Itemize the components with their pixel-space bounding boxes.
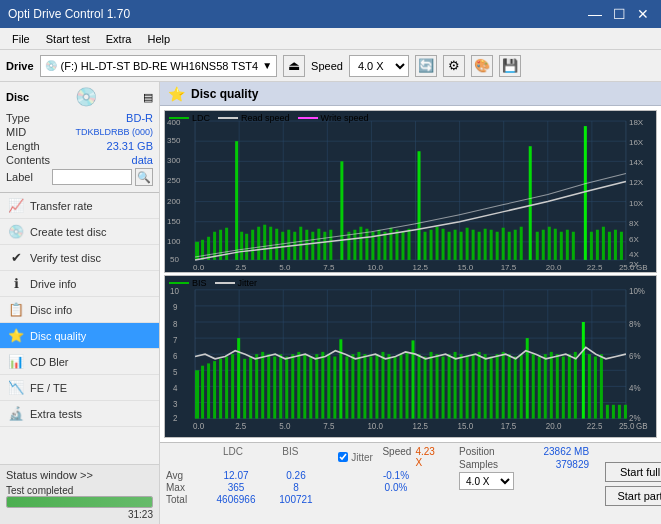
svg-text:0.0: 0.0 bbox=[193, 420, 204, 431]
close-button[interactable]: ✕ bbox=[633, 4, 653, 24]
sidebar-item-disc-quality[interactable]: ⭐ Disc quality bbox=[0, 323, 159, 349]
stats-avg-row: Avg 12.07 0.26 -0.1% bbox=[166, 470, 443, 481]
svg-rect-140 bbox=[207, 363, 210, 418]
length-value: 23.31 GB bbox=[107, 140, 153, 152]
read-speed-dot bbox=[218, 117, 238, 119]
refresh-button[interactable]: 🔄 bbox=[415, 55, 437, 77]
svg-rect-197 bbox=[550, 352, 553, 419]
sidebar-item-drive-info[interactable]: ℹ Drive info bbox=[0, 271, 159, 297]
svg-rect-178 bbox=[436, 354, 439, 418]
disc-mid-row: MID TDKBLDRBB (000) bbox=[6, 126, 153, 138]
charts-area: LDC Read speed Write speed bbox=[160, 106, 661, 442]
total-ldc: 4606966 bbox=[206, 494, 266, 505]
speed-label: Speed bbox=[311, 60, 343, 72]
jitter-checkbox[interactable]: Jitter bbox=[338, 446, 373, 468]
palette-button[interactable]: 🎨 bbox=[471, 55, 493, 77]
svg-rect-160 bbox=[327, 354, 330, 418]
sidebar-item-verify-test-disc[interactable]: ✔ Verify test disc bbox=[0, 245, 159, 271]
save-button[interactable]: 💾 bbox=[499, 55, 521, 77]
svg-rect-198 bbox=[556, 354, 559, 418]
svg-text:4X: 4X bbox=[629, 250, 639, 259]
svg-rect-35 bbox=[287, 230, 290, 260]
svg-text:18X: 18X bbox=[629, 118, 644, 127]
svg-rect-179 bbox=[442, 357, 445, 419]
sidebar-item-cd-bler[interactable]: 📊 CD Bler bbox=[0, 349, 159, 375]
svg-rect-52 bbox=[395, 230, 398, 260]
sidebar: Disc 💿 ▤ Type BD-R MID TDKBLDRBB (000) L… bbox=[0, 82, 160, 524]
svg-rect-169 bbox=[381, 352, 384, 419]
status-time: 31:23 bbox=[6, 509, 153, 520]
svg-rect-152 bbox=[279, 354, 282, 418]
svg-rect-165 bbox=[357, 352, 360, 419]
svg-text:12X: 12X bbox=[629, 178, 644, 187]
status-window-button[interactable]: Status window >> bbox=[6, 469, 153, 481]
drive-select[interactable]: 💿 (F:) HL-DT-ST BD-RE WH16NS58 TST4 ▼ bbox=[40, 55, 278, 77]
label-input-row: 🔍 bbox=[52, 168, 153, 186]
mid-value: TDKBLDRBB (000) bbox=[75, 127, 153, 137]
svg-rect-69 bbox=[502, 228, 505, 260]
disc-header-icon2: ▤ bbox=[143, 91, 153, 104]
toolbar: Drive 💿 (F:) HL-DT-ST BD-RE WH16NS58 TST… bbox=[0, 50, 661, 82]
max-bis: 8 bbox=[266, 482, 326, 493]
svg-rect-206 bbox=[606, 405, 609, 419]
svg-text:2: 2 bbox=[173, 412, 178, 423]
svg-rect-158 bbox=[315, 354, 318, 418]
mid-label: MID bbox=[6, 126, 26, 138]
main-content: ⭐ Disc quality LDC Read speed bbox=[160, 82, 661, 524]
sidebar-item-transfer-rate[interactable]: 📈 Transfer rate bbox=[0, 193, 159, 219]
svg-rect-189 bbox=[502, 352, 505, 419]
stats-header-row: LDC BIS Jitter Speed 4.23 X bbox=[166, 446, 443, 468]
chart2-legend: BIS Jitter bbox=[169, 278, 257, 288]
svg-rect-183 bbox=[466, 357, 469, 419]
sidebar-item-fe-te[interactable]: 📉 FE / TE bbox=[0, 375, 159, 401]
svg-rect-79 bbox=[566, 230, 569, 260]
sidebar-item-disc-info[interactable]: 📋 Disc info bbox=[0, 297, 159, 323]
start-full-button[interactable]: Start full bbox=[605, 462, 661, 482]
eject-button[interactable]: ⏏ bbox=[283, 55, 305, 77]
svg-text:17.5: 17.5 bbox=[501, 420, 517, 431]
minimize-button[interactable]: — bbox=[585, 4, 605, 24]
chart1-legend: LDC Read speed Write speed bbox=[169, 113, 368, 123]
svg-text:6%: 6% bbox=[629, 350, 641, 361]
label-input[interactable] bbox=[52, 169, 132, 185]
svg-rect-168 bbox=[375, 354, 378, 418]
menu-start-test[interactable]: Start test bbox=[38, 31, 98, 47]
sidebar-item-create-test-disc[interactable]: 💿 Create test disc bbox=[0, 219, 159, 245]
svg-rect-70 bbox=[508, 232, 511, 260]
disc-quality-header-icon: ⭐ bbox=[168, 86, 185, 102]
settings-button[interactable]: ⚙ bbox=[443, 55, 465, 77]
jitter-check[interactable] bbox=[338, 452, 348, 462]
svg-text:100: 100 bbox=[167, 237, 181, 246]
type-value: BD-R bbox=[126, 112, 153, 124]
svg-rect-86 bbox=[614, 230, 617, 260]
svg-rect-40 bbox=[317, 229, 320, 260]
svg-rect-185 bbox=[478, 352, 481, 419]
svg-rect-60 bbox=[448, 232, 451, 260]
cd-bler-label: CD Bler bbox=[30, 356, 69, 368]
svg-rect-203 bbox=[588, 354, 591, 418]
menu-file[interactable]: File bbox=[4, 31, 38, 47]
bis-dot bbox=[169, 282, 189, 284]
svg-rect-191 bbox=[514, 357, 517, 419]
svg-rect-200 bbox=[568, 354, 571, 418]
chart1-svg: 400 350 300 250 200 150 100 50 18X 16X 1… bbox=[165, 111, 656, 272]
start-part-button[interactable]: Start part bbox=[605, 486, 661, 506]
menu-help[interactable]: Help bbox=[139, 31, 178, 47]
svg-rect-56 bbox=[424, 232, 427, 260]
status-bar bbox=[6, 496, 153, 508]
menu-extra[interactable]: Extra bbox=[98, 31, 140, 47]
svg-rect-28 bbox=[245, 234, 248, 260]
svg-text:250: 250 bbox=[167, 176, 181, 185]
transfer-rate-icon: 📈 bbox=[8, 198, 24, 213]
jitter-dot bbox=[215, 282, 235, 284]
svg-text:2.5: 2.5 bbox=[235, 263, 247, 272]
label-button[interactable]: 🔍 bbox=[135, 168, 153, 186]
speed-col-value: 4.23 X bbox=[415, 446, 443, 468]
svg-rect-192 bbox=[520, 354, 523, 418]
sidebar-item-extra-tests[interactable]: 🔬 Extra tests bbox=[0, 401, 159, 427]
speed-combo-select[interactable]: 4.0 X 8.0 X Max bbox=[459, 472, 514, 490]
cd-bler-icon: 📊 bbox=[8, 354, 24, 369]
maximize-button[interactable]: ☐ bbox=[609, 4, 629, 24]
stats-table: LDC BIS Jitter Speed 4.23 X Avg 12.07 0.… bbox=[166, 446, 443, 521]
speed-select[interactable]: 4.0 X 8.0 X Max bbox=[349, 55, 409, 77]
